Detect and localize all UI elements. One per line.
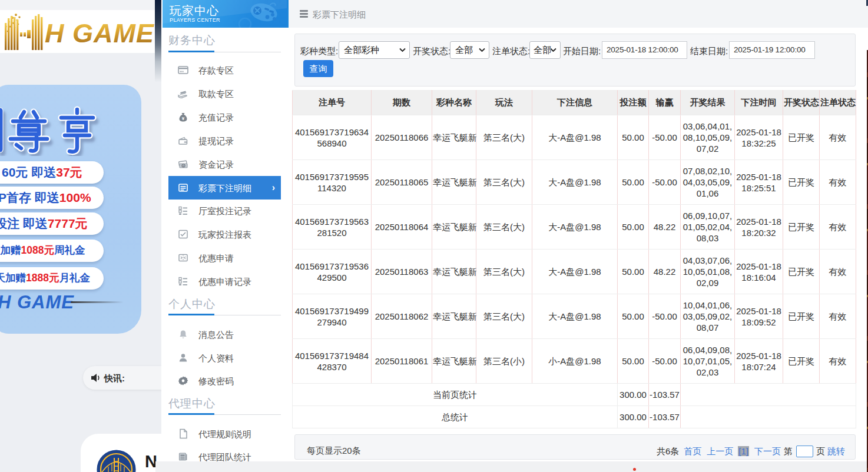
svg-text:H GAME: H GAME (45, 18, 155, 48)
svg-text:¥: ¥ (182, 116, 185, 121)
